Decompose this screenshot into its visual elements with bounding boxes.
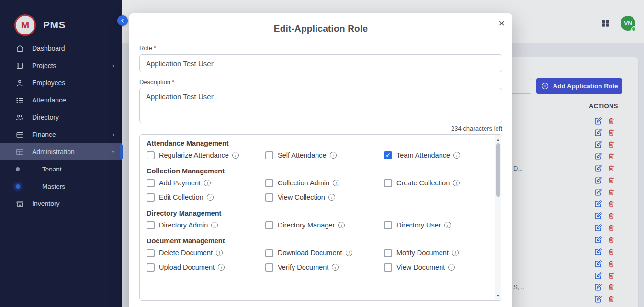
permission-option: Regularize Attendancei: [147, 148, 265, 162]
permission-option: Mofify Documenti: [384, 246, 483, 260]
checkbox-unchecked[interactable]: [384, 179, 392, 187]
checkbox-unchecked[interactable]: [265, 179, 273, 187]
description-label: Description*: [139, 79, 502, 86]
permission-option-label: Collection Admin: [278, 179, 329, 187]
role-label: Role*: [139, 45, 502, 52]
permission-option: Create Collectioni: [384, 176, 483, 190]
info-icon[interactable]: i: [328, 194, 335, 201]
permission-option: Directory Useri: [384, 218, 483, 232]
info-icon[interactable]: i: [333, 180, 339, 186]
permission-option-label: Edit Collection: [159, 193, 203, 201]
info-icon[interactable]: i: [346, 250, 352, 256]
permission-group-title: Directory Management: [147, 209, 483, 217]
close-icon[interactable]: ×: [498, 18, 505, 29]
scrollbar[interactable]: ▲ ▼: [495, 135, 501, 300]
permission-option-label: Regularize Attendance: [159, 151, 229, 159]
info-icon[interactable]: i: [204, 180, 211, 186]
info-icon[interactable]: i: [453, 152, 460, 159]
info-icon[interactable]: i: [330, 152, 337, 159]
checkbox-unchecked[interactable]: [265, 151, 273, 159]
permission-group: Document ManagementDelete DocumentiDownl…: [147, 237, 483, 274]
checkbox-unchecked[interactable]: [384, 249, 392, 257]
permission-option: ✓Team Attendancei: [384, 148, 483, 162]
permission-option-label: Self Attendance: [278, 151, 327, 159]
permission-option-label: Verify Document: [278, 263, 328, 271]
scrollbar-up-arrow[interactable]: ▲: [497, 136, 500, 142]
permission-groups: Attendance ManagementRegularize Attendan…: [147, 139, 483, 274]
modal-title: Edit-Application Role: [139, 23, 502, 34]
permission-option-label: Team Attendance: [396, 151, 450, 159]
permission-option: Edit Collectioni: [147, 190, 265, 205]
checkbox-unchecked[interactable]: [265, 263, 273, 272]
permission-group: Collection ManagementAdd PaymentiCollect…: [147, 167, 483, 205]
permission-option: View Documenti: [384, 260, 483, 274]
role-label-text: Role: [139, 45, 152, 52]
info-icon[interactable]: i: [448, 264, 455, 271]
permission-option-label: Directory Manager: [278, 221, 335, 229]
required-asterisk: *: [154, 45, 156, 52]
permission-option: Add Paymenti: [147, 176, 265, 190]
permission-option-label: Directory User: [396, 221, 441, 229]
permission-option: Self Attendancei: [265, 148, 384, 162]
edit-application-role-dialog: × Edit-Application Role Role* Descriptio…: [129, 13, 512, 307]
checkbox-unchecked[interactable]: [265, 193, 273, 202]
permission-option-label: Create Collection: [396, 179, 450, 187]
permission-option-label: Upload Document: [159, 263, 215, 271]
info-icon[interactable]: i: [232, 152, 239, 159]
permission-option-label: View Document: [396, 263, 445, 271]
info-icon[interactable]: i: [216, 250, 223, 256]
checkbox-unchecked[interactable]: [265, 249, 273, 257]
scrollbar-down-arrow[interactable]: ▼: [497, 293, 500, 298]
permission-option-label: Mofify Document: [396, 249, 449, 257]
permission-option: Directory Admini: [147, 218, 265, 232]
checkbox-unchecked[interactable]: [147, 151, 155, 159]
permission-option-label: Directory Admin: [159, 221, 208, 229]
permission-options: Directory AdminiDirectory ManageriDirect…: [147, 218, 483, 232]
permission-option-label: Download Document: [278, 249, 342, 257]
permission-option-label: View Collection: [278, 193, 325, 201]
checkbox-unchecked[interactable]: [147, 193, 155, 202]
permission-option-label: Add Payment: [159, 179, 201, 187]
description-input[interactable]: [139, 88, 502, 123]
permission-option: Download Documenti: [265, 246, 384, 260]
checkbox-unchecked[interactable]: [265, 221, 273, 229]
characters-left-counter: 234 characters left: [139, 125, 502, 132]
permission-group-title: Attendance Management: [147, 139, 483, 147]
info-icon[interactable]: i: [452, 250, 459, 256]
permissions-panel: Attendance ManagementRegularize Attendan…: [139, 134, 502, 301]
checkbox-unchecked[interactable]: [147, 263, 155, 272]
permission-option: Delete Documenti: [147, 246, 265, 260]
permission-group-title: Collection Management: [147, 167, 483, 175]
permission-group: Attendance ManagementRegularize Attendan…: [147, 139, 483, 162]
scrollbar-thumb[interactable]: [496, 143, 500, 197]
permission-option: Collection Admini: [265, 176, 384, 190]
permission-group: Directory ManagementDirectory AdminiDire…: [147, 209, 483, 232]
info-icon[interactable]: i: [207, 194, 214, 201]
permission-option-label: Delete Document: [159, 249, 213, 257]
permission-option: Upload Documenti: [147, 260, 265, 274]
permission-options: Regularize AttendanceiSelf Attendancei✓T…: [147, 148, 483, 162]
checkbox-unchecked[interactable]: [384, 221, 392, 229]
sidebar-collapse-button[interactable]: [117, 15, 128, 26]
required-asterisk: *: [172, 79, 174, 86]
permission-option: View Collectioni: [265, 190, 384, 205]
checkbox-unchecked[interactable]: [147, 179, 155, 187]
permission-option: Directory Manageri: [265, 218, 384, 232]
permission-group-title: Document Management: [147, 237, 483, 245]
info-icon[interactable]: i: [332, 264, 339, 271]
info-icon[interactable]: i: [444, 222, 451, 228]
permission-options: Delete DocumentiDownload DocumentiMofify…: [147, 246, 483, 274]
info-icon[interactable]: i: [338, 222, 345, 228]
info-icon[interactable]: i: [218, 264, 225, 271]
info-icon[interactable]: i: [453, 180, 460, 186]
info-icon[interactable]: i: [211, 222, 218, 228]
checkbox-unchecked[interactable]: [147, 221, 155, 229]
description-label-text: Description: [139, 79, 170, 86]
checkbox-unchecked[interactable]: [147, 249, 155, 257]
chevron-left-icon: [120, 18, 125, 23]
checkbox-checked[interactable]: ✓: [384, 151, 392, 159]
permission-option: Verify Documenti: [265, 260, 384, 274]
role-input[interactable]: [139, 54, 502, 72]
checkbox-unchecked[interactable]: [384, 263, 392, 272]
permission-options: Add PaymentiCollection AdminiCreate Coll…: [147, 176, 483, 205]
